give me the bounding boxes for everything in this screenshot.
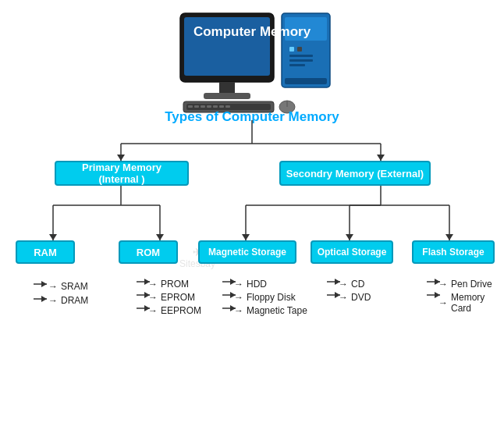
ram-sub-dram: → DRAM <box>48 295 88 306</box>
svg-rect-3 <box>297 47 302 52</box>
rom-sub-prom: → PROM <box>148 279 189 290</box>
rom-sub-eeprom: → EEPROM <box>148 305 201 316</box>
ram-sub-sram: → SRAM <box>48 281 88 292</box>
primary-memory-box: Primary Memory (Internal ) <box>55 161 189 186</box>
rom-box: ROM <box>119 240 178 264</box>
computer-image: Computer Memory <box>166 9 338 119</box>
svg-marker-35 <box>49 234 57 240</box>
flash-sub-pendrive: → Pen Drive <box>438 279 492 290</box>
arrow-icon: → <box>234 292 243 303</box>
arrow-icon: → <box>438 279 448 290</box>
mag-sub-tape: → Magnetic Tape <box>234 305 307 316</box>
computer-area: Computer Memory <box>0 0 504 121</box>
svg-rect-20 <box>213 105 218 108</box>
svg-rect-10 <box>219 82 235 93</box>
monitor-title: Computer Memory <box>193 23 311 41</box>
arrow-icon: → <box>339 292 348 303</box>
svg-marker-29 <box>377 155 385 161</box>
arrow-icon: → <box>234 279 243 290</box>
flash-storage-box: Flash Storage <box>412 240 495 264</box>
opt-sub-cd: → CD <box>339 279 364 290</box>
svg-rect-6 <box>289 64 305 66</box>
arrow-icon: → <box>48 295 58 306</box>
arrow-icon: → <box>48 281 58 292</box>
svg-marker-28 <box>117 155 125 161</box>
svg-rect-4 <box>289 55 313 57</box>
svg-rect-22 <box>225 105 230 108</box>
svg-rect-16 <box>188 105 193 108</box>
svg-rect-11 <box>204 93 250 99</box>
svg-marker-48 <box>41 281 47 287</box>
arrow-icon: → <box>148 292 158 303</box>
arrow-icon: → <box>339 279 348 290</box>
arrow-icon: → <box>148 279 158 290</box>
svg-rect-2 <box>289 47 294 52</box>
svg-rect-21 <box>219 105 224 108</box>
secondary-memory-box: Secondry Memory (External) <box>279 161 431 186</box>
svg-marker-45 <box>346 234 353 240</box>
magnetic-storage-box: Magnetic Storage <box>198 240 296 264</box>
ram-box: RAM <box>16 240 75 264</box>
arrow-icon: → <box>148 305 158 316</box>
opt-sub-dvd: → DVD <box>339 292 371 303</box>
rom-sub-eprom: → EPROM <box>148 292 195 303</box>
arrow-icon: → <box>438 297 448 308</box>
optical-storage-box: Optical Storage <box>311 240 393 264</box>
svg-marker-50 <box>41 296 47 302</box>
svg-marker-36 <box>156 234 164 240</box>
svg-rect-7 <box>285 78 327 84</box>
svg-rect-19 <box>207 105 211 108</box>
svg-marker-44 <box>242 234 250 240</box>
flash-sub-memcard: → Memory Card <box>438 292 504 314</box>
mag-sub-floppy: → Floppy Disk <box>234 292 296 303</box>
mag-sub-hdd: → HDD <box>234 279 267 290</box>
svg-rect-18 <box>201 105 205 108</box>
diagram-title: Types of Computer Memory <box>165 109 339 125</box>
arrow-icon: → <box>234 305 243 316</box>
svg-marker-46 <box>445 234 453 240</box>
svg-rect-5 <box>289 59 313 62</box>
svg-rect-17 <box>194 105 199 108</box>
